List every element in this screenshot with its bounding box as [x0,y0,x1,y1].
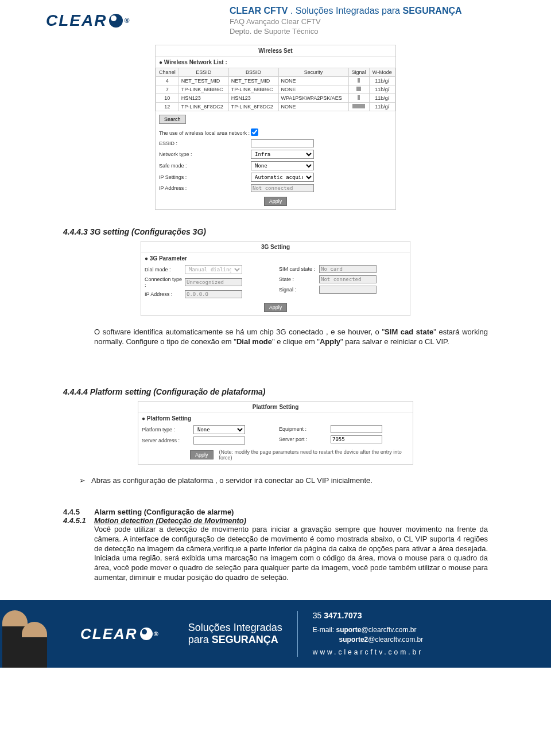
state-input [319,275,377,283]
p3g-3: " e clique em " [272,337,320,346]
phone-bold: 3471.7073 [324,611,362,620]
essid-input[interactable] [251,139,314,147]
col-wmode: W-Mode [369,68,395,77]
dial-select[interactable]: Manual dialing [185,265,242,274]
num-445: 4.4.5 [63,508,94,516]
3g-ip-input [185,290,242,298]
signal-bar [348,103,369,111]
3g-panel: 3G Setting ● 3G Parameter Dial mode :Man… [141,241,410,316]
3g-apply-button[interactable]: Apply [264,303,288,312]
ipset-label: IP Settings : [159,174,251,180]
platform-note: (Note: modify the page parameters need t… [219,449,413,461]
eq-label: Equipment : [279,426,331,432]
col-bssid: BSSID [228,68,278,77]
table-row[interactable]: 4 NET_TEST_MID NET_TEST_MID NONE 11b/g/ [156,77,395,85]
safe-label: Safe mode : [159,163,251,169]
p3g-sim: SIM cad state [385,328,433,336]
essid-label: ESSID : [159,141,251,146]
signal-bar [348,85,369,94]
email2-r: @clearcftv.com.br [368,636,423,644]
ptype-label: Platform type : [142,427,193,432]
table-row[interactable]: 12 TP-LINK_6F8DC2 TP-LINK_6F8DC2 NONE 11… [156,103,395,111]
footer-dot-icon [140,628,153,640]
port-label: Server port : [279,437,331,442]
footer-contact: 35 3471.7073 E-mail: suporte@clearcftv.c… [313,610,423,657]
ipset-select[interactable]: Automatic acquisitio [251,173,314,182]
ptype-select[interactable]: None [193,425,245,434]
3g-signal-label: Signal : [279,287,319,293]
motion-body: Você pode utilizar a detecção de movimen… [94,525,488,583]
wireless-list-label: Wireless Network List : [164,59,227,65]
page-header: CLEAR ® CLEAR CFTV . Soluções Integradas… [0,0,551,41]
footer-site: www.clearcftv.com.br [313,648,423,657]
hdr-title-dot: . [290,6,296,15]
footer-mid: Soluções Integradas para SEGURANÇA [188,622,282,646]
sim-label: SIM card state : [279,266,319,272]
state-label: State : [279,276,319,282]
platform-title: Plattform Setting [138,402,413,413]
bullet-arrow-icon: ➢ [79,476,86,485]
3g-ip-label: IP Address : [145,291,185,297]
sim-input [319,265,377,273]
hdr-title-prefix: CLEAR CFTV [230,6,288,15]
wireless-table: Chanel ESSID BSSID Security Signal W-Mod… [156,68,395,111]
p3g-dial: Dial mode [236,337,272,346]
serv-label: Server address : [142,438,193,443]
header-right: CLEAR CFTV . Soluções Integradas para SE… [230,6,462,36]
nettype-select[interactable]: Infra [251,150,314,159]
phone-pre: 35 [313,611,324,620]
table-row[interactable]: 7 TP-LINK_68BB6C TP-LINK_68BB6C NONE 11b… [156,85,395,94]
search-button[interactable]: Search [159,115,186,124]
hdr-title-mid: Soluções Integradas para [296,6,403,15]
platform-panel: Plattform Setting ● Platform Setting Pla… [138,401,413,465]
logo-dot-icon [109,14,123,28]
serv-input[interactable] [193,437,245,445]
nettype-label: Network type : [159,151,251,157]
eq-input[interactable] [331,425,382,433]
platform-apply-button[interactable]: Apply [190,450,214,459]
3g-param-label: 3G Parameter [150,255,187,262]
footer-mid2-bold: SEGURANÇA [212,634,278,645]
footer-brand-reg: ® [154,630,160,637]
3g-title: 3G Setting [141,241,410,253]
port-input[interactable] [331,435,382,443]
bullet-4444: Abras as configuração de plataforma , o … [91,476,372,485]
col-signal: Signal [348,68,369,77]
3g-signal-input [319,286,377,294]
num-4451: 4.4.5.1 [63,516,94,525]
footer-people-icon [0,600,69,668]
footer-mid1: Soluções Integradas [188,622,282,634]
conn-input [185,278,242,286]
footer-separator [297,611,298,657]
safe-select[interactable]: None [251,161,314,170]
hdr-line3: Depto. de Suporte Técnico [230,27,462,36]
use-lan-label: The use of wireless local area network : [159,130,251,136]
p3g-1: O software identifica automaticamente se… [94,328,385,336]
brand-reg: ® [124,17,130,25]
title-445: Alarm setting (Configuração de alarme) [94,508,234,516]
footer-brand-text: CLEAR [80,625,138,643]
email1-r: @clearcftv.com.br [361,626,416,634]
brand-logo: CLEAR ® [46,11,161,30]
table-row[interactable]: 10 HSN123 HSN123 WPA1PSKWPA2PSK/AES 11b/… [156,94,395,103]
use-lan-checkbox[interactable] [251,128,258,136]
email-lbl: E-mail: [313,626,336,634]
email1-b: suporte [336,626,361,634]
title-4451: Motion detection (Detecção de Movimento) [94,516,246,525]
dial-label: Dial mode : [145,267,185,272]
col-essid: ESSID [179,68,228,77]
wireless-apply-button[interactable]: Apply [264,197,288,206]
p3g-apply: Apply [320,337,340,346]
brand-text: CLEAR [46,11,107,30]
signal-bar [348,77,369,85]
p3g-4: " para salvar e reiniciar o CL VIP. [340,337,449,346]
heading-4444: 4.4.4.4 Platform setting (Configuração d… [63,387,488,396]
ipaddr-label: IP Address : [159,185,251,191]
heading-4443: 4.4.4.3 3G setting (Configurações 3G) [63,227,488,236]
hdr-line2: FAQ Avançado Clear CFTV [230,17,462,26]
platform-sect-label: Platform Setting [147,415,191,422]
footer-logo: CLEAR ® [80,625,160,643]
footer-mid2-pre: para [188,634,212,645]
col-security: Security [278,68,348,77]
wireless-panel: Wireless Set ● Wireless Network List : C… [155,45,396,210]
